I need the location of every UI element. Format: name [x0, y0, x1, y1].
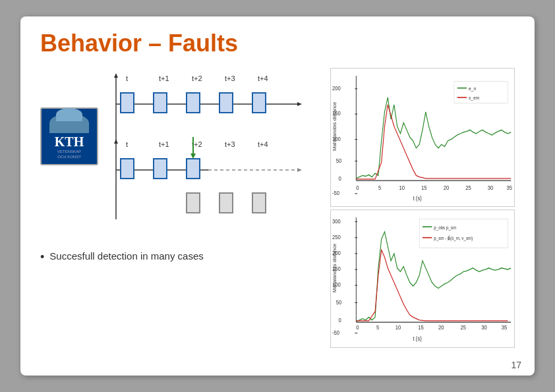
svg-rect-55	[454, 82, 508, 103]
svg-text:t (s): t (s)	[413, 195, 422, 202]
svg-text:p_obs   p_sm: p_obs p_sm	[434, 225, 456, 231]
svg-text:t: t	[126, 140, 128, 148]
page-number: 17	[511, 360, 521, 370]
logo-text: KTH	[55, 134, 84, 150]
svg-marker-1	[114, 73, 118, 78]
svg-text:-50: -50	[332, 190, 339, 197]
svg-text:5: 5	[378, 185, 382, 192]
svg-text:s_em: s_em	[469, 95, 479, 101]
svg-text:300: 300	[332, 218, 341, 225]
svg-text:-50: -50	[332, 329, 339, 336]
svg-text:t (s): t (s)	[413, 335, 422, 342]
svg-rect-9	[121, 93, 134, 113]
svg-text:30: 30	[481, 324, 487, 331]
slide-title: Behavior – Faults	[40, 30, 515, 57]
svg-marker-18	[297, 168, 302, 172]
svg-rect-12	[219, 93, 233, 113]
slide: Behavior – Faults KTH VETENSKAPOCH KONST	[20, 16, 535, 376]
svg-text:e_n: e_n	[469, 85, 476, 92]
svg-text:t+3: t+3	[225, 140, 235, 148]
svg-text:0: 0	[356, 324, 359, 331]
svg-text:30: 30	[488, 185, 494, 192]
svg-text:t+2: t+2	[192, 74, 202, 82]
svg-text:10: 10	[399, 185, 405, 192]
top-chart: 200 150 100 50 0 -50 0 5 10 15 20	[330, 68, 515, 207]
svg-text:0: 0	[339, 317, 342, 323]
svg-text:t+3: t+3	[225, 74, 235, 82]
svg-text:10: 10	[395, 324, 401, 331]
svg-rect-10	[154, 93, 167, 113]
svg-rect-25	[154, 159, 167, 179]
svg-rect-26	[187, 159, 200, 179]
svg-text:15: 15	[421, 185, 427, 192]
left-panel: KTH VETENSKAPOCH KONST t t+1 t+2 t+3	[40, 68, 324, 348]
svg-text:t: t	[126, 74, 128, 82]
svg-text:5: 5	[376, 324, 380, 331]
svg-text:p_sm - β̂(û_m, v_sm): p_sm - β̂(û_m, v_sm)	[434, 235, 473, 241]
svg-text:t+4: t+4	[258, 74, 268, 82]
content-area: KTH VETENSKAPOCH KONST t t+1 t+2 t+3	[40, 68, 515, 348]
svg-rect-30	[252, 193, 266, 213]
svg-text:t+1: t+1	[159, 74, 169, 82]
bottom-chart: 300 250 200 150 100 50 0 -50 0	[330, 210, 515, 349]
svg-text:25: 25	[465, 185, 471, 192]
svg-text:Mahalanobis distance: Mahalanobis distance	[332, 243, 337, 292]
svg-text:t+1: t+1	[159, 140, 169, 148]
svg-text:25: 25	[461, 324, 467, 331]
svg-rect-31	[187, 193, 200, 213]
svg-marker-3	[297, 102, 302, 106]
svg-rect-24	[121, 159, 134, 179]
bullet-item: • Succesfull detection in many cases	[40, 249, 204, 264]
svg-text:35: 35	[506, 185, 512, 192]
svg-rect-13	[252, 93, 266, 113]
svg-text:0: 0	[356, 185, 359, 192]
svg-marker-15	[114, 139, 118, 144]
svg-rect-11	[187, 93, 200, 113]
svg-text:50: 50	[336, 157, 342, 164]
svg-text:20: 20	[444, 185, 450, 192]
svg-text:0: 0	[339, 176, 342, 182]
right-panel: 200 150 100 50 0 -50 0 5 10 15 20	[330, 68, 515, 348]
logo-sub: VETENSKAPOCH KONST	[57, 150, 81, 160]
svg-text:250: 250	[332, 234, 341, 240]
svg-text:200: 200	[332, 85, 341, 92]
svg-rect-87	[419, 219, 508, 248]
svg-text:35: 35	[502, 324, 508, 331]
svg-marker-28	[190, 154, 196, 159]
svg-text:50: 50	[336, 299, 342, 306]
svg-text:15: 15	[418, 324, 424, 331]
svg-text:20: 20	[438, 324, 444, 331]
svg-text:t+4: t+4	[258, 140, 268, 148]
svg-text:Mahalanobis distance: Mahalanobis distance	[332, 102, 337, 151]
bullet-text: Succesfull detection in many cases	[49, 249, 203, 263]
svg-rect-29	[219, 193, 233, 213]
